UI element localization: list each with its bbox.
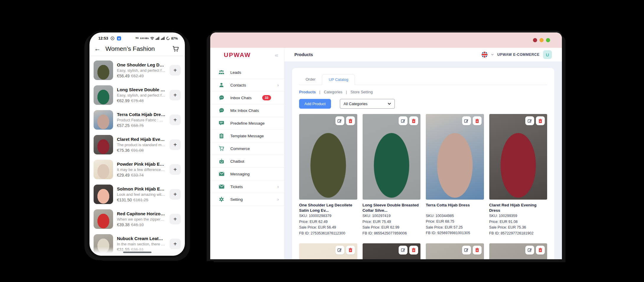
- category-filter-select[interactable]: All Categories: [340, 99, 395, 109]
- sidebar-item-leads[interactable]: Leads: [210, 66, 284, 79]
- add-to-cart-button[interactable]: +: [169, 139, 181, 150]
- network-speed: 8.00 KB/s: [140, 37, 149, 39]
- list-item[interactable]: Powder Pink Hijab Evening Dre...It may b…: [89, 157, 185, 182]
- delete-button[interactable]: [346, 116, 355, 125]
- edit-button[interactable]: [462, 246, 471, 255]
- edit-button[interactable]: [462, 116, 471, 125]
- product-image: [363, 114, 421, 200]
- catalog-product-card: Terra Cotta Hijab Dress SKU: 100344985 P…: [426, 114, 484, 236]
- list-item[interactable]: Solmon Pink Hijab Evening Dre...Look and…: [89, 182, 185, 207]
- phone-screen: 12:53 5G 8.00 KB/s 87% ← Women’s Fashion: [89, 32, 185, 256]
- sidebar-item-label: Predefine Message: [230, 121, 279, 125]
- catalog-card: Order UP Catalog Products | Categories |…: [292, 68, 554, 259]
- product-title: Red Capitone Horizontal Wom...: [117, 211, 166, 216]
- sidebar-item-setting[interactable]: Setting ›: [210, 193, 284, 206]
- product-sku: SKU: 10000298379: [299, 213, 357, 219]
- subnav-categories-link[interactable]: Categories: [324, 90, 343, 94]
- add-to-cart-button[interactable]: +: [169, 214, 181, 224]
- home-indicator[interactable]: [123, 252, 151, 253]
- delete-button[interactable]: [409, 116, 418, 125]
- delete-button[interactable]: [473, 116, 482, 125]
- catalog-product-card: [489, 243, 547, 259]
- list-item[interactable]: Long Sleeve Double Breasted...Easy, styl…: [89, 83, 185, 107]
- uk-flag-icon[interactable]: [482, 52, 488, 58]
- add-product-button[interactable]: Add Product: [299, 99, 331, 109]
- edit-button[interactable]: [399, 246, 407, 255]
- chat-bubble-icon: [219, 95, 224, 101]
- product-fb-id: FB ID: 9256978981001305: [426, 230, 484, 236]
- avatar[interactable]: U: [543, 50, 552, 59]
- product-name: Long Sleeve Double Breasted Collar Silve…: [363, 203, 421, 213]
- product-thumbnail: [94, 185, 113, 204]
- product-name: One Shoulder Leg Decollete Satin Long Ev…: [299, 203, 357, 213]
- sidebar-item-messaging[interactable]: Messaging: [210, 168, 284, 180]
- product-image: [299, 243, 357, 259]
- product-old-price: €33.74: [131, 173, 144, 177]
- cart-icon[interactable]: [172, 45, 179, 52]
- chevron-right-icon: ›: [277, 197, 279, 202]
- subnav-products-link[interactable]: Products: [299, 90, 316, 94]
- upwaw-logo: UPWAW: [224, 51, 251, 58]
- window-maximize-button[interactable]: [546, 38, 550, 42]
- chevron-down-icon[interactable]: [491, 54, 494, 56]
- delete-button[interactable]: [536, 116, 545, 125]
- product-sale-price: Sale Price: EUR 75.36: [489, 225, 547, 230]
- product-desc: Look and feel amazing with this ver...: [117, 192, 166, 197]
- list-item[interactable]: Red Capitone Horizontal Wom...When we op…: [89, 207, 185, 232]
- add-to-cart-button[interactable]: +: [169, 90, 181, 100]
- subnav-store-setting-link[interactable]: Store Setting: [350, 90, 373, 94]
- product-price: Price: EUR 75.49: [363, 219, 421, 225]
- window-minimize-button[interactable]: [539, 38, 544, 42]
- add-to-cart-button[interactable]: +: [169, 164, 181, 175]
- sidebar-item-label: Tickets: [230, 185, 271, 189]
- product-title: Powder Pink Hijab Evening Dre...: [117, 162, 166, 167]
- delete-button[interactable]: [409, 246, 418, 255]
- chat-bubble-icon: [219, 107, 224, 113]
- browser-window: UPWAW « Leads Contacts › Inbox: [210, 32, 562, 259]
- list-item[interactable]: Terra Cotta Hijab DressProduct Feature F…: [89, 107, 185, 132]
- sidebar-collapse-icon[interactable]: «: [275, 52, 278, 58]
- edit-button[interactable]: [399, 116, 407, 125]
- product-desc: In the main section, there are 2 ban...: [117, 242, 166, 246]
- status-time: 12:53: [98, 36, 108, 40]
- bottom-fade: [89, 247, 185, 256]
- sidebar-item-contacts[interactable]: Contacts ›: [210, 79, 284, 92]
- phone-mockup: 12:53 5G 8.00 KB/s 87% ← Women’s Fashion: [87, 30, 187, 258]
- product-title: Terra Cotta Hijab Dress: [117, 112, 166, 117]
- sidebar-item-predefine-message[interactable]: Predefine Message: [210, 117, 284, 130]
- product-old-price: €161.25: [133, 198, 149, 202]
- sidebar-item-chatbot[interactable]: Chatbot: [210, 155, 284, 168]
- list-item[interactable]: Claret Red Hijab Evening DressThe produc…: [89, 132, 185, 157]
- product-thumbnail: [94, 61, 113, 80]
- tab-up-catalog[interactable]: UP Catalog: [322, 74, 355, 85]
- back-icon[interactable]: ←: [94, 45, 101, 52]
- sidebar-item-mix-inbox-chats[interactable]: Mix Inbox Chats: [210, 104, 284, 117]
- product-name: Claret Red Hijab Evening Dress: [489, 203, 547, 213]
- add-to-cart-button[interactable]: +: [169, 65, 181, 76]
- sidebar-item-template-message[interactable]: Template Message: [210, 130, 284, 142]
- edit-button[interactable]: [525, 116, 534, 125]
- content-area: Order UP Catalog Products | Categories |…: [284, 61, 562, 259]
- leads-icon: [219, 69, 224, 75]
- delete-button[interactable]: [536, 246, 545, 255]
- sidebar-item-commerce[interactable]: Commerce: [210, 142, 284, 155]
- edit-button[interactable]: [335, 116, 344, 125]
- tab-order[interactable]: Order: [299, 74, 322, 85]
- product-price: €39.38: [117, 222, 130, 227]
- product-price: Price: EUR 91.08: [489, 219, 547, 225]
- envelope-icon: [219, 171, 224, 177]
- window-close-button[interactable]: [533, 38, 537, 42]
- sidebar-item-tickets[interactable]: Tickets ›: [210, 180, 284, 193]
- list-item[interactable]: One Shoulder Leg Decollete S...Easy, sty…: [89, 58, 185, 83]
- catalog-product-card: Long Sleeve Double Breasted Collar Silve…: [363, 114, 421, 236]
- product-title: Long Sleeve Double Breasted...: [117, 87, 166, 92]
- sidebar-item-label: Inbox Chats: [230, 96, 256, 100]
- wifi-icon: [150, 37, 154, 40]
- add-to-cart-button[interactable]: +: [169, 189, 181, 200]
- sidebar-item-inbox-chats[interactable]: Inbox Chats 33: [210, 92, 284, 104]
- delete-button[interactable]: [473, 246, 482, 255]
- delete-button[interactable]: [346, 246, 355, 255]
- edit-button[interactable]: [525, 246, 534, 255]
- edit-button[interactable]: [335, 246, 344, 255]
- add-to-cart-button[interactable]: +: [169, 115, 181, 125]
